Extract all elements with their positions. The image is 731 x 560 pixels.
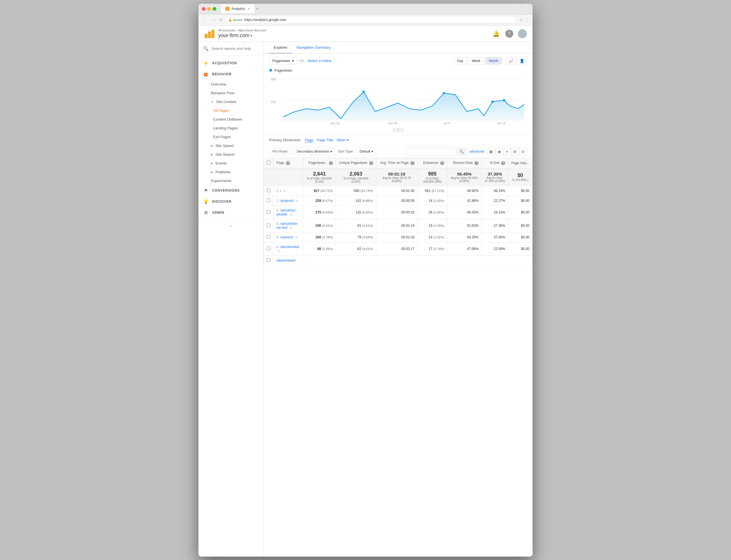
notifications-button[interactable]: 🔔 [491,29,501,38]
row3-page-link[interactable]: /about/our-people/ [276,208,296,216]
comparison-view-button[interactable]: ⊞ [511,148,519,155]
url-text[interactable]: https://analytics.google.com [244,18,286,22]
entrances-help-icon[interactable]: ? [440,161,444,165]
bounce-rate-help-icon[interactable]: ? [474,161,478,165]
sidebar-item-behavior-flow[interactable]: Behavior Flow [198,89,263,97]
sidebar-item-landing-pages[interactable]: Landing Pages [198,124,263,132]
row5-checkbox-input[interactable] [267,235,270,239]
page-help-icon[interactable]: ? [286,161,290,165]
tab-navigation-summary[interactable]: Navigation Summary [292,42,335,54]
line-chart-button[interactable]: 📈 [506,57,516,65]
row4-copy-icon[interactable]: ⊞ [290,226,292,229]
pivot-view-button[interactable]: ⊟ [519,148,527,155]
sidebar-item-content-drilldown[interactable]: Content Drilldown [198,115,263,124]
summary-pct-exit-value: 37.30% [484,172,505,176]
search-input[interactable] [211,46,259,51]
grid-view-button[interactable]: ▦ [487,148,495,155]
sidebar-item-discover[interactable]: 💡 DISCOVER [198,196,263,207]
row5-checkbox [264,232,273,242]
row5-copy-icon[interactable]: ⊞ [295,236,298,239]
summary-unique-pv-value: 2,063 [339,171,373,177]
tab-explorer[interactable]: Explorer [269,42,292,54]
unique-pv-help-icon[interactable]: ? [369,161,373,165]
row1-checkbox-input[interactable] [267,189,270,192]
svg-text:Jun 29: Jun 29 [388,121,397,125]
forward-button[interactable]: → [210,16,217,23]
breadcrumb-account[interactable]: https://your-firm.com [238,29,266,32]
pct-exit-help-icon[interactable]: ? [501,161,505,165]
row6-copy-icon[interactable]: ⊞ [277,249,280,253]
account-name-text[interactable]: your-firm.com [218,33,249,39]
select-all-checkbox[interactable] [267,161,270,164]
partial-page-link[interactable]: /about/news/ [276,258,296,262]
pie-chart-button[interactable]: 👤 [517,57,527,65]
svg-rect-0 [205,34,208,38]
plot-rows-button[interactable]: Plot Rows [269,148,291,155]
dimension-other-dropdown[interactable]: Other ▾ [337,138,349,142]
sidebar-item-publisher[interactable]: ▶ Publisher [198,168,263,176]
row1-ent-pct: (67.11%) [431,189,444,193]
pageviews-dropdown[interactable]: Pageviews ▾ [269,57,297,65]
week-button[interactable]: Week [468,57,484,65]
refresh-button[interactable]: ↻ [219,18,223,22]
new-tab-button[interactable]: + [256,6,259,12]
sidebar-item-experiments[interactable]: Experiments [198,176,263,185]
sidebar-item-site-search[interactable]: ▶ Site Search [198,150,263,159]
secondary-dimension-dropdown[interactable]: Secondary dimension ▾ [294,148,335,155]
sidebar-item-admin[interactable]: ⚙ ADMIN [198,207,263,218]
row1-page-link[interactable]: / [280,189,281,193]
row4-page-link[interactable]: /about/who-we-are/ [276,222,298,230]
sidebar-collapse-button[interactable]: ‹ [230,223,232,228]
tab-close-icon[interactable]: ✕ [247,7,250,11]
day-button[interactable]: Day [454,57,467,65]
advanced-link[interactable]: advanced [469,149,484,153]
browser-tab[interactable]: Analytics ✕ [221,5,255,13]
select-metric-link[interactable]: Select a metric [307,59,332,63]
row3-copy-icon[interactable]: ⊞ [290,213,292,216]
sidebar-item-site-content[interactable]: ▼ Site Content [198,97,263,106]
close-button[interactable] [202,7,206,11]
sidebar-item-overview[interactable]: Overview [198,80,263,89]
pageviews-sort-icon[interactable]: ↓ [326,161,327,164]
sort-dropdown[interactable]: Default ▾ [356,148,376,155]
content-drilldown-label: Content Drilldown [213,117,242,121]
bookmark-button[interactable]: ☆ [519,17,523,23]
row2-checkbox-input[interactable] [267,198,270,202]
sidebar-item-all-pages[interactable]: All Pages [198,106,263,115]
partial-checkbox-input[interactable] [267,258,270,262]
account-dropdown-arrow[interactable]: ▾ [251,34,252,38]
breadcrumb-all-accounts[interactable]: All accounts [218,29,235,32]
row2-copy-icon[interactable]: ⊞ [296,199,298,202]
sidebar-item-site-speed[interactable]: ▶ Site Speed [198,141,263,150]
row4-checkbox-input[interactable] [267,223,270,227]
dimension-page-title-link[interactable]: Page Title [317,138,333,142]
row6-page-link[interactable]: /about/news/ [280,245,299,249]
row6-bounce-rate: 47.06% [447,242,482,255]
pageviews-help-icon[interactable]: ? [329,161,333,165]
back-button[interactable]: ← [201,16,208,23]
month-button[interactable]: Month [485,57,502,65]
row5-page-link[interactable]: /careers/ [280,235,293,239]
list-view-button[interactable]: ≡ [504,148,510,155]
pie-view-button[interactable]: ◉ [495,148,503,155]
dimension-page-link[interactable]: Page [305,138,313,142]
table-search-button[interactable]: 🔍 [457,148,466,155]
svg-text:150: 150 [271,100,276,104]
avg-time-help-icon[interactable]: ? [411,161,414,165]
row2-page-link[interactable]: /projects/ [280,199,294,203]
sidebar-item-behavior[interactable]: ▦ BEHAVIOR [198,69,263,80]
row6-checkbox-input[interactable] [267,247,270,250]
avatar[interactable] [518,29,527,38]
sidebar-item-events[interactable]: ▶ Events [198,159,263,168]
sidebar-item-exit-pages[interactable]: Exit Pages [198,132,263,141]
browser-menu-button[interactable]: ⋮ [525,17,530,23]
sidebar-item-conversions[interactable]: ⚑ CONVERSIONS [198,185,263,196]
table-search-input[interactable] [406,148,457,155]
maximize-button[interactable] [213,7,216,11]
minimize-button[interactable] [207,7,211,11]
sidebar-item-acquisition[interactable]: ⚡ ACQUISITION [198,58,263,69]
row1-copy-icon[interactable]: ⊞ [283,189,286,193]
nav-section: ⚡ ACQUISITION ▦ BEHAVIOR Overview Beha [198,55,263,221]
help-button[interactable]: ? [505,30,513,38]
row3-checkbox-input[interactable] [267,210,270,214]
